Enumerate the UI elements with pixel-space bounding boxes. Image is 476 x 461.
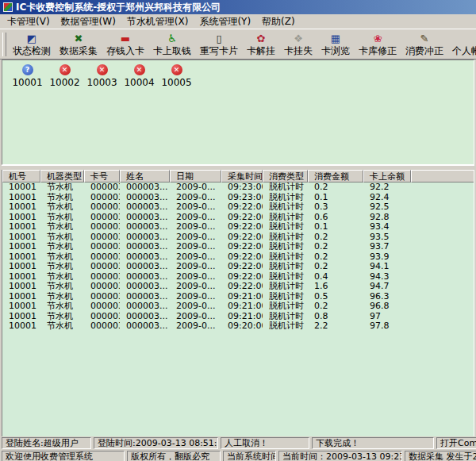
machine-item-10001[interactable]: ?10001 [9, 64, 46, 88]
cell-collect-time: 09:21:00 [221, 312, 263, 322]
table-row[interactable]: 10001节水机000003000003...2009-0...09:22:00… [2, 252, 474, 263]
table-row[interactable]: 10001节水机000003000003...2009-0...09:21:00… [2, 292, 474, 302]
cell-name: 000003... [120, 312, 170, 322]
table-row[interactable]: 10001节水机000003000003...2009-0...09:22:00… [2, 242, 474, 252]
table-row[interactable]: 10001节水机000003000003...2009-0...09:21:00… [2, 302, 474, 312]
cell-collect-time: 09:22:00 [221, 262, 263, 272]
cell-card-balance: 97 [363, 312, 411, 322]
col-header-name[interactable]: 姓名 [120, 170, 170, 182]
cell-date: 2009-0... [170, 252, 221, 263]
table-row[interactable]: 10001节水机000003000003...2009-0...09:23:00… [2, 182, 474, 193]
menu-help[interactable]: 帮助(Z) [256, 14, 301, 29]
cell-card-balance: 92.2 [363, 182, 411, 193]
cell-machine-no: 10001 [2, 292, 40, 302]
title-bar: IC卡收费控制系统-授权于郑州兴邦科技有限公司 [0, 0, 476, 14]
machine-id-label: 10002 [49, 77, 79, 88]
cell-date: 2009-0... [170, 292, 221, 302]
table-row[interactable]: 10001节水机000003000003...2009-0...09:22:00… [2, 202, 474, 213]
table-header: 机号机器类型卡号姓名日期采集时间消费类型消费金额卡上余额 [2, 170, 474, 182]
col-header-card-no[interactable]: 卡号 [84, 170, 120, 182]
col-header-filler[interactable] [411, 170, 474, 182]
col-header-collect-time[interactable]: 采集时间 [221, 170, 263, 182]
table-row[interactable]: 10001节水机000003000003...2009-0...09:22:00… [2, 213, 474, 223]
cell-filler [411, 272, 474, 282]
rewrite-card-button-label: 重写卡片 [200, 45, 238, 56]
data-collect-icon: ✖ [75, 33, 83, 45]
cell-filler [411, 232, 474, 243]
col-header-machine-type[interactable]: 机器类型 [40, 170, 84, 182]
col-header-machine-no[interactable]: 机号 [2, 170, 40, 182]
table-row[interactable]: 10001节水机000003000003...2009-0...09:20:00… [2, 321, 474, 332]
machine-item-10005[interactable]: ✕10005 [158, 64, 195, 88]
cell-date: 2009-0... [170, 312, 221, 322]
cell-machine-no: 10001 [2, 282, 40, 292]
rewrite-card-button[interactable]: ▯重写卡片 [197, 31, 241, 58]
cell-machine-no: 10001 [2, 272, 40, 282]
machine-id-label: 10003 [86, 77, 117, 88]
machine-item-10002[interactable]: ✕10002 [46, 64, 83, 88]
cell-consume-type: 脱机计时 [263, 321, 308, 332]
cell-name: 000003... [120, 232, 170, 243]
table-row[interactable]: 10001节水机000003000003...2009-0...09:22:00… [2, 232, 474, 243]
machine-item-10003[interactable]: ✕10003 [83, 64, 121, 88]
table-row[interactable]: 10001节水机000003000003...2009-0...09:22:00… [2, 272, 474, 282]
col-header-date[interactable]: 日期 [170, 170, 221, 182]
cell-collect-time: 09:22:00 [221, 202, 263, 213]
status-welcome-message: 欢迎使用收费管理系统 [2, 451, 125, 461]
table-row[interactable]: 10001节水机000003000003...2009-0...09:21:00… [2, 312, 474, 322]
cell-name: 000003... [120, 252, 170, 263]
table-row[interactable]: 10001节水机000003000003...2009-0...09:22:00… [2, 282, 474, 292]
table-row[interactable]: 10001节水机000003000003...2009-0...09:22:00… [2, 262, 474, 272]
cardbase-fix-icon: ❀ [374, 33, 382, 45]
cell-consume-amount: 0.2 [308, 262, 363, 272]
cell-filler [411, 262, 474, 272]
card-loss-icon: ❖ [294, 33, 303, 45]
deposit-card-button[interactable]: ▬存钱入卡 [103, 31, 148, 58]
cell-card-no: 000003 [84, 262, 120, 272]
table-row[interactable]: 10001节水机000003000003...2009-0...09:23:00… [2, 193, 474, 203]
cell-machine-type: 节水机 [40, 292, 84, 302]
cell-filler [411, 222, 474, 232]
status-sys-time-label: 当前系统时间 [223, 451, 276, 461]
cell-filler [411, 213, 474, 223]
withdraw-card-button-label: 卡上取钱 [153, 45, 191, 56]
status-detect-button[interactable]: ◩状态检测 [10, 31, 54, 58]
cardbase-fix-button[interactable]: ❀卡库修正 [355, 31, 400, 58]
cell-name: 000003... [120, 213, 170, 223]
toolbar-handle[interactable] [2, 33, 6, 56]
cell-card-balance: 93.7 [363, 242, 411, 252]
cell-card-no: 000003 [84, 202, 120, 213]
menu-data-mgmt[interactable]: 数据管理(W) [56, 14, 121, 29]
card-unhang-button[interactable]: ✿卡解挂 [244, 31, 278, 58]
cell-collect-time: 09:22:00 [221, 252, 263, 263]
cell-machine-type: 节水机 [40, 282, 84, 292]
cell-machine-type: 节水机 [40, 232, 84, 243]
cell-consume-type: 脱机计时 [263, 182, 308, 193]
col-header-consume-type[interactable]: 消费类型 [263, 170, 308, 182]
cell-consume-amount: 1.6 [308, 282, 363, 292]
cell-collect-time: 09:22:00 [221, 272, 263, 282]
table-row[interactable]: 10001节水机000003000003...2009-0...09:22:00… [2, 222, 474, 232]
withdraw-card-button[interactable]: ♿卡上取钱 [150, 31, 194, 58]
account-detail-button[interactable]: ✾个人帐户明细 [449, 31, 476, 58]
cell-consume-type: 脱机计时 [263, 262, 308, 272]
menu-machine-mgmt[interactable]: 节水机管理(X) [121, 14, 194, 29]
menu-system-mgmt[interactable]: 系统管理(Y) [194, 14, 256, 29]
cell-collect-time: 09:22:00 [221, 222, 263, 232]
menu-card-mgmt[interactable]: 卡管理(V) [2, 14, 56, 29]
consume-reversal-icon: ✎ [420, 33, 429, 45]
cell-card-balance: 92.4 [363, 193, 411, 203]
col-header-consume-amount[interactable]: 消费金额 [308, 170, 363, 182]
consume-reversal-button[interactable]: ✎消费冲正 [402, 31, 447, 58]
machine-status-panel: ?10001✕10002✕10003✕10004✕10005 [2, 60, 474, 165]
cell-card-no: 000003 [84, 321, 120, 332]
cell-card-no: 000003 [84, 292, 120, 302]
withdraw-card-icon: ♿ [167, 33, 177, 45]
machine-item-10004[interactable]: ✕10004 [121, 64, 158, 88]
cell-consume-amount: 0.2 [308, 252, 363, 263]
col-header-card-balance[interactable]: 卡上余额 [363, 170, 411, 182]
error-icon: ✕ [134, 64, 145, 75]
card-browse-button[interactable]: ▦卡浏览 [318, 31, 353, 58]
card-loss-button[interactable]: ❖卡挂失 [281, 31, 316, 58]
data-collect-button[interactable]: ✖数据采集 [56, 31, 101, 58]
